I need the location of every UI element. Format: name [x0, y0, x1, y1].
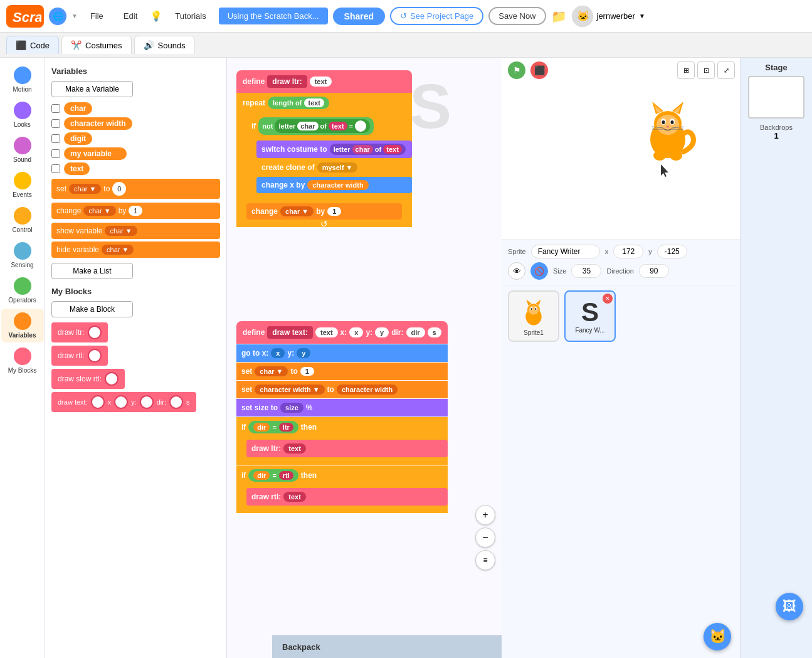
x-coord-input[interactable] — [613, 245, 643, 258]
category-control[interactable]: Control — [1, 203, 44, 237]
draw-text-block[interactable]: draw text: x y: dir: s — [51, 392, 196, 412]
category-my-blocks[interactable]: My Blocks — [1, 344, 44, 378]
zoom-in-btn[interactable]: + — [475, 505, 495, 525]
tab-sounds[interactable]: 🔊 Sounds — [134, 36, 195, 54]
operators-dot — [14, 277, 31, 295]
category-sound[interactable]: Sound — [1, 133, 44, 167]
var-block-char[interactable]: char — [64, 102, 92, 115]
shared-badge[interactable]: Shared — [333, 8, 385, 25]
direction-input[interactable] — [639, 264, 669, 278]
add-sprite-btn[interactable]: 🐱 — [704, 623, 731, 650]
edit-menu[interactable]: Edit — [116, 8, 145, 24]
var-checkbox-digit[interactable] — [51, 134, 60, 143]
scripts-area[interactable]: define draw ltr: text repeat length of t… — [227, 58, 502, 658]
draw-text-input2[interactable] — [114, 395, 128, 409]
draw-ltr-input[interactable] — [88, 326, 102, 339]
small-stage-btn[interactable]: ⊞ — [677, 61, 695, 79]
category-sensing[interactable]: Sensing — [1, 238, 44, 272]
eye-hidden-btn[interactable]: 🚫 — [530, 262, 548, 280]
var-block-digit[interactable]: digit — [64, 132, 92, 145]
remix-icon: ↺ — [400, 11, 407, 21]
var-checkbox-my-variable[interactable] — [51, 149, 60, 158]
globe-btn[interactable]: 🌐 — [49, 8, 66, 25]
create-clone-block[interactable]: create clone of myself ▼ — [256, 159, 412, 176]
add-backdrop-btn[interactable]: 🖼 — [776, 593, 803, 620]
change-char-by-block[interactable]: change char ▼ by 1 — [246, 203, 402, 220]
var-checkbox-character-width[interactable] — [51, 119, 60, 128]
var-block-character-width[interactable]: character width — [64, 117, 132, 130]
size-input[interactable] — [571, 264, 601, 278]
draw-ltr-call[interactable]: draw ltr: text — [246, 440, 448, 457]
switch-costume-block[interactable]: switch costume to letter char of text — [256, 141, 412, 158]
if-dir-ltr-top[interactable]: if dir = ltr then — [236, 417, 448, 437]
var-block-my-variable[interactable]: my variable — [64, 147, 127, 160]
draw-text-input3[interactable] — [140, 395, 154, 409]
code-tab-icon: ⬛ — [16, 40, 26, 50]
make-list-btn[interactable]: Make a List — [51, 263, 133, 279]
zoom-reset-btn[interactable]: ≡ — [475, 550, 495, 570]
project-name[interactable]: Using the Scratch Back... — [219, 8, 328, 24]
category-looks[interactable]: Looks — [1, 98, 44, 132]
backpack-bar[interactable]: Backpack — [272, 635, 502, 658]
draw-text-input4[interactable] — [169, 395, 183, 409]
file-menu[interactable]: File — [83, 8, 111, 24]
folder-icon[interactable]: 📁 — [551, 9, 567, 24]
sprite-thumb-sprite1[interactable]: Sprite1 — [508, 290, 559, 342]
if-dir-ltr-wrapper: if dir = ltr then draw ltr: text — [236, 417, 448, 465]
draw-rtl-call[interactable]: draw rtl: text — [246, 488, 448, 506]
delete-fancy-btn[interactable]: ✕ — [603, 294, 613, 304]
green-flag-btn[interactable]: ⚑ — [508, 61, 525, 79]
fullscreen-btn[interactable]: ⤢ — [717, 61, 735, 79]
make-variable-btn[interactable]: Make a Variable — [51, 81, 133, 97]
repeat-block[interactable]: repeat length of text — [236, 93, 412, 113]
make-block-btn[interactable]: Make a Block — [51, 301, 133, 317]
user-menu[interactable]: 🐱 jernwerber ▼ — [572, 6, 645, 27]
show-variable-block[interactable]: show variable char ▼ — [51, 223, 220, 239]
see-project-btn[interactable]: ↺ See Project Page — [390, 7, 483, 25]
category-motion[interactable]: Motion — [1, 63, 44, 97]
define-draw-text-block[interactable]: define draw text: text x: x y: y dir: di… — [236, 321, 448, 344]
set-char-block[interactable]: set char ▼ to 0 — [51, 179, 220, 199]
set-cw-block[interactable]: set character width ▼ to character width — [236, 381, 448, 398]
y-coord-input[interactable] — [657, 245, 687, 258]
hide-variable-block[interactable]: hide variable char ▼ — [51, 241, 220, 258]
scripts-canvas: define draw ltr: text repeat length of t… — [227, 58, 502, 658]
change-x-block[interactable]: change x by character width — [256, 177, 412, 193]
stop-btn[interactable]: ⬛ — [530, 61, 548, 79]
tab-code[interactable]: ⬛ Code — [6, 36, 59, 54]
if-block-top[interactable]: if not letter char of text = — [246, 114, 412, 138]
draw-ltr-block[interactable]: draw ltr: — [51, 322, 108, 342]
define-draw-ltr-block[interactable]: define draw ltr: text — [236, 70, 412, 93]
fancy-writer-label: Fancy W... — [575, 327, 604, 334]
go-to-xy-block[interactable]: go to x: x y: y — [236, 344, 448, 362]
draw-text-input1[interactable] — [91, 395, 105, 409]
scratch-logo[interactable]: Scratch — [6, 5, 44, 28]
set-size-block[interactable]: set size to size % — [236, 399, 448, 417]
draw-rtl-block[interactable]: draw rtl: — [51, 346, 108, 366]
tab-costumes[interactable]: ✂️ Costumes — [61, 36, 132, 54]
draw-slow-rtl-block[interactable]: draw slow rtl: — [51, 369, 125, 389]
sprite1-label: Sprite1 — [524, 329, 544, 336]
large-stage-btn[interactable]: ⊡ — [697, 61, 715, 79]
sprite-thumb-fancy-writer[interactable]: ✕ S Fancy W... — [564, 290, 616, 342]
draw-slow-rtl-input[interactable] — [105, 372, 119, 386]
var-checkbox-text[interactable] — [51, 164, 60, 173]
if-dir-rtl-top[interactable]: if dir = rtl then — [236, 465, 448, 486]
change-char-block[interactable]: change char ▼ by 1 — [51, 203, 220, 219]
sprite-info-row2: 👁 🚫 Size Direction — [508, 262, 734, 280]
save-now-btn[interactable]: Save Now — [488, 7, 546, 25]
category-events[interactable]: Events — [1, 168, 44, 202]
dir-val2: dir — [253, 471, 270, 480]
set-char-to-1-block[interactable]: set char ▼ to 1 — [236, 363, 448, 380]
var-checkbox-char[interactable] — [51, 104, 60, 113]
sprite-name-input[interactable] — [531, 245, 600, 258]
var-block-text[interactable]: text — [64, 162, 90, 175]
category-variables[interactable]: Variables — [1, 309, 44, 342]
zoom-out-btn[interactable]: − — [475, 528, 495, 548]
draw-rtl-input[interactable] — [88, 349, 102, 363]
category-operators[interactable]: Operators — [1, 273, 44, 307]
eye-visible-btn[interactable]: 👁 — [508, 262, 525, 280]
stack-define-draw-ltr: define draw ltr: text repeat length of t… — [236, 70, 412, 227]
tutorials-btn[interactable]: Tutorials — [167, 8, 213, 24]
stage-thumbnail[interactable] — [748, 76, 804, 119]
